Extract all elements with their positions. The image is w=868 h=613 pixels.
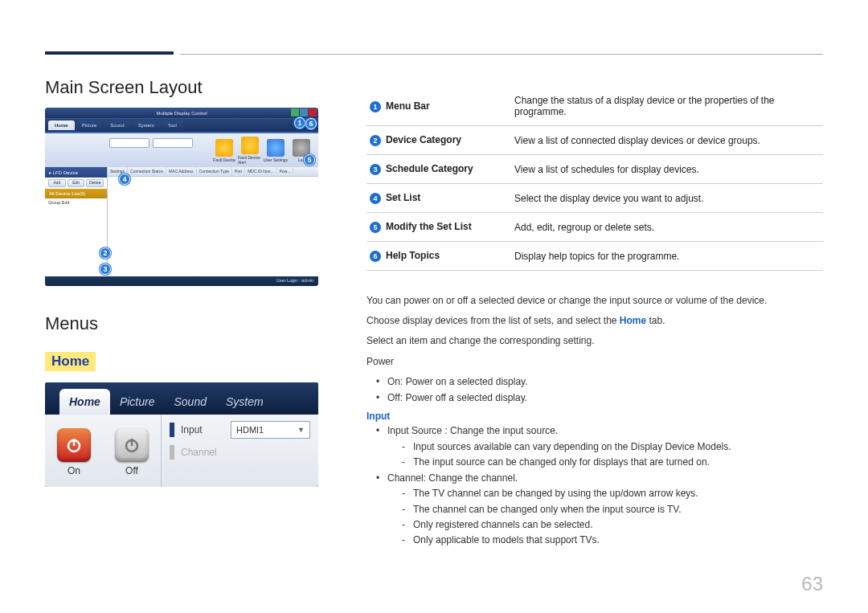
power-on-icon — [57, 428, 91, 462]
heading-main-screen: Main Screen Layout — [45, 77, 318, 98]
status-bar: User Login : admin — [45, 276, 318, 286]
definition-table: 1Menu BarChange the status of a display … — [366, 87, 823, 271]
table-row: 4Set ListSelect the display device you w… — [366, 184, 823, 213]
user-icon — [267, 139, 285, 157]
tool-user-settings: User Settings — [264, 139, 288, 162]
tool-fault-alert: Fault Device Alert — [238, 137, 262, 165]
table-row: 1Menu BarChange the status of a display … — [366, 87, 823, 126]
num-2-icon: 2 — [370, 135, 381, 146]
sidebar-group-node: Group Edit — [45, 198, 107, 206]
window-titlebar: Multiple Display Control — [45, 108, 318, 119]
list-item: Input Source : Change the input source. … — [376, 423, 823, 470]
subheading-home: Home — [45, 352, 96, 371]
warning-icon — [215, 139, 233, 157]
sidebar: ▸ LFD Device Add Edit Delete All Device … — [45, 167, 108, 276]
screenshot-main-layout: Multiple Display Control Home Picture So… — [45, 108, 318, 286]
window-min-icon — [291, 108, 299, 116]
header-rule-thin — [180, 54, 823, 55]
sidebar-all-device: All Device List(0) — [45, 189, 107, 198]
window-max-icon — [300, 108, 308, 116]
s2-tab-system: System — [216, 389, 273, 415]
list-item: The TV channel can be changed by using t… — [402, 486, 823, 501]
s2-tab-home: Home — [59, 389, 110, 415]
callout-5: 5 — [304, 154, 315, 166]
paragraph: Choose display devices from the list of … — [366, 313, 823, 329]
input-label: Input — [181, 424, 224, 435]
screenshot-home-tab: Home Picture Sound System On — [45, 382, 318, 487]
s2-tab-picture: Picture — [110, 389, 165, 415]
channel-label: Channel — [181, 447, 224, 458]
list-item: Off: Power off a selected display. — [376, 390, 823, 407]
num-4-icon: 4 — [370, 193, 381, 204]
sidebar-edit-button: Edit — [68, 179, 85, 187]
paragraph: You can power on or off a selected devic… — [366, 293, 823, 309]
tab-home: Home — [48, 121, 75, 130]
list-item: The channel can be changed only when the… — [402, 502, 823, 517]
num-6-icon: 6 — [370, 251, 381, 262]
page-number: 63 — [801, 573, 823, 595]
callout-4: 4 — [119, 174, 130, 185]
callout-2: 2 — [100, 247, 111, 259]
tool-fault-device: Fault Device — [212, 139, 236, 162]
grid-area: Settings Connection Status MAC Address C… — [108, 167, 318, 276]
tab-tool: Tool — [162, 121, 183, 130]
input-select: HDMI1 ▼ — [231, 421, 310, 439]
toolstrip-select-1 — [109, 138, 149, 148]
channel-row: Channel — [170, 445, 310, 460]
tab-system: System — [132, 121, 161, 130]
power-on-button: On — [57, 428, 91, 476]
list-item: Only applicable to models that support T… — [402, 533, 823, 548]
list-item: On: Power on a selected display. — [376, 374, 823, 390]
callout-6: 6 — [305, 118, 317, 129]
num-5-icon: 5 — [370, 222, 381, 233]
tab-sound: Sound — [104, 121, 130, 130]
heading-menus: Menus — [45, 313, 318, 334]
paragraph: Select an item and change the correspond… — [366, 333, 823, 349]
table-row: 2Device CategoryView a list of connected… — [366, 126, 823, 155]
input-heading: Input — [366, 411, 823, 422]
chevron-down-icon: ▼ — [297, 426, 305, 434]
num-1-icon: 1 — [370, 101, 381, 112]
grid-header: Settings Connection Status MAC Address C… — [108, 167, 318, 177]
sidebar-add-button: Add — [48, 179, 66, 187]
header-rule-thick — [45, 51, 174, 55]
sidebar-lfd-header: ▸ LFD Device — [45, 167, 107, 178]
row-marker-icon — [170, 423, 174, 437]
window-title: Multiple Display Control — [156, 111, 207, 116]
callout-1: 1 — [294, 117, 305, 129]
table-row: 5Modify the Set ListAdd, edit, regroup o… — [366, 213, 823, 242]
alert-icon — [241, 137, 259, 154]
list-item: The input source can be changed only for… — [402, 455, 823, 470]
menu-bar: Home Picture Sound System Tool — [45, 119, 318, 133]
window-close-icon — [309, 108, 317, 116]
table-row: 6Help TopicsDisplay help topics for the … — [366, 242, 823, 271]
tab-picture: Picture — [76, 121, 104, 130]
power-off-button: Off — [115, 428, 149, 476]
sidebar-delete-button: Delete — [86, 179, 104, 187]
toolstrip: Fault Device Fault Device Alert User Set… — [45, 133, 318, 167]
paragraph: Power — [366, 354, 823, 370]
callout-3: 3 — [100, 264, 111, 275]
row-marker-icon — [170, 445, 174, 460]
num-3-icon: 3 — [370, 164, 381, 175]
toolstrip-select-2 — [153, 138, 193, 148]
s2-tab-sound: Sound — [164, 389, 215, 415]
table-row: 3Schedule CategoryView a list of schedul… — [366, 155, 823, 184]
list-item: Only registered channels can be selected… — [402, 517, 823, 533]
power-off-icon — [115, 428, 149, 462]
list-item: Input sources available can vary dependi… — [402, 439, 823, 455]
list-item: Channel: Change the channel. The TV chan… — [376, 471, 823, 549]
input-row: Input HDMI1 ▼ — [170, 421, 310, 439]
